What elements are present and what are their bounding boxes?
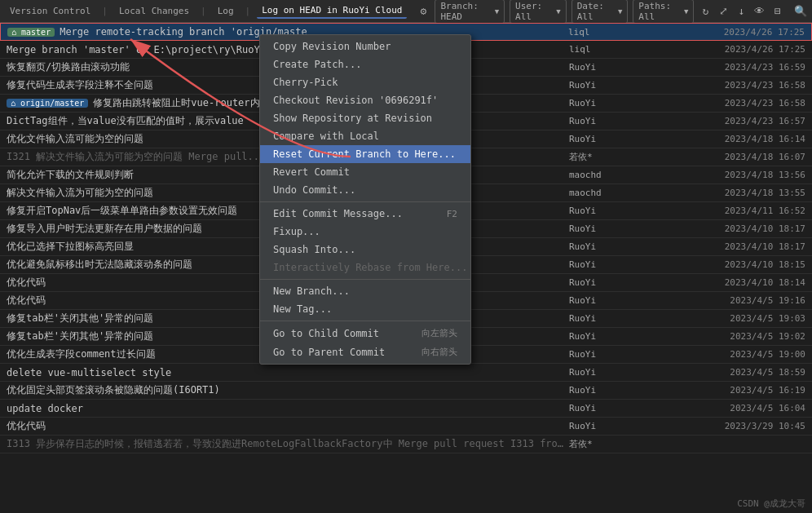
menu-item: Interactively Rebase from Here...	[260, 259, 470, 276]
table-row[interactable]: I313 异步保存日志的时候，报错逃若若，导致没跑进RemoteLogFallb…	[0, 436, 812, 453]
commit-author: RuoYi	[569, 277, 683, 288]
menu-item[interactable]: Create Patch...	[260, 55, 470, 73]
commit-author: RuoYi	[569, 134, 683, 144]
table-row[interactable]: 优化固定头部页签滚动条被隐藏的问题(I6ORT1)RuoYi2023/4/5 1…	[0, 382, 812, 400]
commit-author: RuoYi	[569, 223, 683, 234]
menu-item[interactable]: Copy Revision Number	[260, 38, 470, 55]
branch-tag: ⌂ master	[7, 28, 55, 37]
commit-date: 2023/4/5 19:03	[683, 313, 805, 324]
commit-message: I313 异步保存日志的时候，报错逃若若，导致没跑进RemoteLogFallb…	[7, 437, 569, 451]
commit-date: 2023/4/18 13:55	[683, 188, 805, 198]
commit-author: liql	[568, 27, 682, 38]
date-selector[interactable]: Date: All ▼	[571, 0, 629, 24]
menu-item[interactable]: Go to Parent Commit向右箭头	[260, 343, 470, 361]
paths-label: Paths: All	[638, 1, 681, 22]
bookmark-icon[interactable]: ⊟	[771, 3, 784, 20]
commit-author: 若依*	[569, 438, 683, 450]
menu-item[interactable]: Edit Commit Message...F2	[260, 205, 470, 223]
commit-date: 2023/4/26 17:25	[682, 27, 805, 38]
commit-date: 2023/4/23 16:58	[683, 98, 805, 108]
eye-icon[interactable]: 👁	[753, 3, 766, 20]
version-control-menu[interactable]: Version Control	[5, 4, 95, 18]
commit-date: 2023/4/10 18:14	[683, 277, 805, 288]
commit-author: RuoYi	[569, 421, 683, 431]
commit-author: RuoYi	[569, 259, 683, 270]
log-on-head-menu[interactable]: Log on HEAD in RuoYi Cloud	[257, 3, 407, 19]
settings-icon[interactable]: ⚙	[417, 3, 430, 20]
menu-item[interactable]: Compare with Local	[260, 127, 470, 145]
menu-item[interactable]: Checkout Revision '0696291f'	[260, 91, 470, 109]
context-menu: Copy Revision NumberCreate Patch...Cherr…	[259, 34, 471, 365]
table-row[interactable]: 优化代码RuoYi2023/3/29 10:45	[0, 418, 812, 436]
toolbar: Version Control | Local Changes | Log | …	[0, 0, 812, 23]
commit-message: 优化代码	[7, 419, 569, 433]
commit-date: 2023/4/18 16:14	[683, 134, 805, 144]
menu-separator	[260, 321, 470, 321]
menu-item[interactable]: Reset Current Branch to Here...	[260, 145, 470, 163]
date-chevron: ▼	[618, 7, 622, 15]
commit-author: liql	[569, 44, 683, 55]
branch-label: Branch: HEAD	[440, 1, 491, 22]
branch-chevron: ▼	[495, 7, 499, 15]
commit-date: 2023/4/5 16:04	[683, 403, 805, 413]
commit-author: RuoYi	[569, 349, 683, 360]
commit-date: 2023/4/10 18:17	[683, 241, 805, 252]
menu-item[interactable]: Undo Commit...	[260, 181, 470, 199]
commit-author: RuoYi	[569, 206, 683, 216]
user-selector[interactable]: User: All ▼	[510, 0, 567, 24]
log-menu[interactable]: Log	[213, 4, 239, 18]
menu-item[interactable]: Squash Into...	[260, 241, 470, 259]
commit-date: 2023/4/5 16:19	[683, 385, 805, 396]
commit-author: 若依*	[569, 151, 683, 163]
commit-author: RuoYi	[569, 313, 683, 324]
search-icon[interactable]: 🔍	[794, 3, 807, 20]
user-label: User: All	[515, 1, 553, 22]
menu-item[interactable]: New Tag...	[260, 300, 470, 318]
table-row[interactable]: update dockerRuoYi2023/4/5 16:04	[0, 400, 812, 418]
paths-selector[interactable]: Paths: All ▼	[633, 0, 694, 24]
date-label: Date: All	[577, 1, 615, 22]
commit-author: RuoYi	[569, 116, 683, 126]
commit-message: 优化固定头部页签滚动条被隐藏的问题(I6ORT1)	[7, 383, 569, 397]
commit-date: 2023/4/23 16:57	[683, 116, 805, 126]
commit-date: 2023/3/29 10:45	[683, 421, 805, 431]
commit-author: RuoYi	[569, 403, 683, 413]
commit-date: 2023/4/11 16:52	[683, 206, 805, 216]
commit-message: update docker	[7, 403, 569, 414]
commit-author: maochd	[569, 188, 683, 198]
commit-author: RuoYi	[569, 98, 683, 108]
menu-separator	[260, 279, 470, 280]
refresh-icon[interactable]: ↻	[699, 3, 712, 20]
commit-date: 2023/4/23 16:59	[683, 62, 805, 73]
commit-date: 2023/4/26 17:25	[683, 44, 805, 55]
menu-item[interactable]: Show Repository at Revision	[260, 109, 470, 127]
branch-selector[interactable]: Branch: HEAD ▼	[435, 0, 505, 24]
commit-date: 2023/4/23 16:58	[683, 80, 805, 91]
commit-message: delete vue-multiselect style	[7, 367, 569, 378]
paths-chevron: ▼	[684, 7, 688, 15]
menu-separator	[260, 201, 470, 202]
collapse-icon[interactable]: ↓	[735, 3, 748, 20]
commit-date: 2023/4/5 19:00	[683, 349, 805, 360]
commit-author: RuoYi	[569, 385, 683, 396]
commit-author: RuoYi	[569, 62, 683, 73]
expand-icon[interactable]: ⤢	[717, 3, 730, 20]
commit-date: 2023/4/18 13:56	[683, 170, 805, 180]
commit-date: 2023/4/5 19:02	[683, 331, 805, 342]
commit-author: RuoYi	[569, 295, 683, 306]
table-row[interactable]: delete vue-multiselect styleRuoYi2023/4/…	[0, 364, 812, 382]
branch-tag: ⌂ origin/master	[7, 99, 88, 108]
local-changes-menu[interactable]: Local Changes	[114, 4, 194, 18]
commit-date: 2023/4/5 19:16	[683, 295, 805, 306]
menu-item[interactable]: Go to Child Commit向左箭头	[260, 324, 470, 343]
commit-author: RuoYi	[569, 331, 683, 342]
menu-item[interactable]: Revert Commit	[260, 163, 470, 181]
menu-item[interactable]: New Branch...	[260, 282, 470, 300]
commit-date: 2023/4/5 18:59	[683, 367, 805, 378]
menu-item[interactable]: Fixup...	[260, 223, 470, 241]
commit-date: 2023/4/10 18:15	[683, 259, 805, 270]
commit-author: RuoYi	[569, 367, 683, 378]
menu-item[interactable]: Cherry-Pick	[260, 73, 470, 91]
commit-author: RuoYi	[569, 80, 683, 91]
user-chevron: ▼	[556, 7, 560, 15]
